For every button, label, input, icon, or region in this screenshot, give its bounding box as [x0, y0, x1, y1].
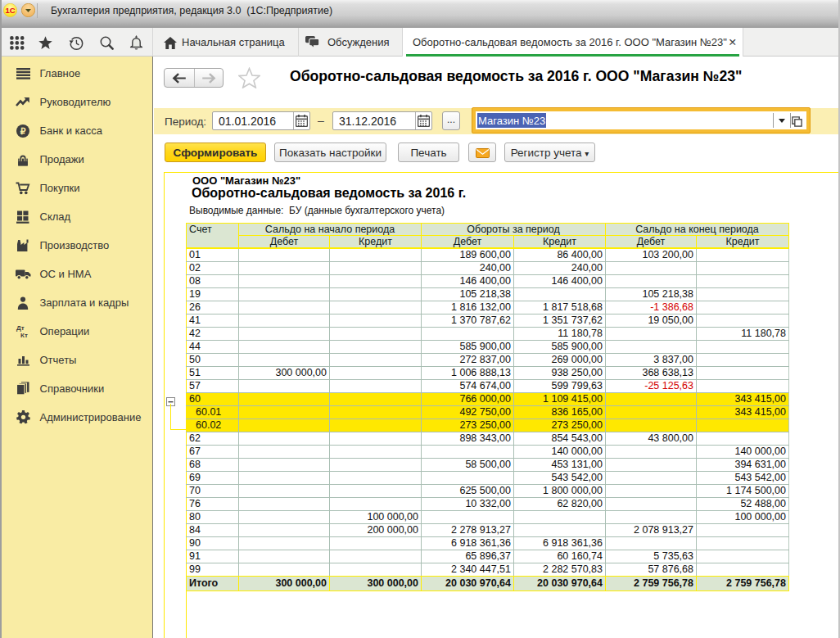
svg-text:1С: 1С	[6, 6, 16, 15]
svg-text:₽: ₽	[20, 126, 26, 136]
svg-text:Кт: Кт	[20, 332, 28, 338]
